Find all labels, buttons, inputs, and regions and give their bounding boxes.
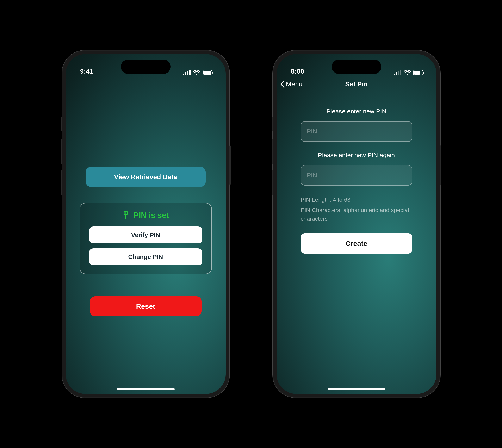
- power-button: [229, 145, 231, 185]
- pin-status-card: PIN is set Verify PIN Change PIN: [80, 203, 212, 274]
- svg-rect-14: [414, 71, 420, 75]
- page-title: Set Pin: [345, 80, 368, 88]
- phone-mock-right: 8:00 Menu Set Pin Please enter new PIN P…: [273, 50, 440, 398]
- battery-icon: [203, 70, 213, 75]
- reset-button[interactable]: Reset: [90, 296, 201, 316]
- nav-bar: Menu Set Pin: [276, 77, 437, 91]
- svg-rect-12: [400, 70, 401, 75]
- status-indicators: [394, 70, 424, 75]
- wifi-icon: [193, 70, 200, 75]
- svg-rect-6: [212, 72, 213, 74]
- svg-rect-1: [185, 72, 186, 75]
- screen-pin-home: 9:41 View Retrieved Data PIN is set Veri…: [66, 54, 226, 394]
- view-retrieved-data-button[interactable]: View Retrieved Data: [86, 167, 206, 187]
- volume-button: [61, 170, 62, 195]
- wifi-icon: [404, 70, 411, 75]
- svg-rect-0: [183, 74, 184, 75]
- dynamic-island: [332, 60, 381, 74]
- power-button: [440, 145, 441, 185]
- svg-rect-10: [396, 72, 397, 75]
- home-indicator[interactable]: [328, 388, 386, 390]
- create-button[interactable]: Create: [301, 233, 412, 254]
- volume-button: [61, 139, 62, 164]
- view-retrieved-data-label: View Retrieved Data: [114, 173, 177, 181]
- pin-field-1[interactable]: [301, 121, 412, 142]
- svg-point-8: [125, 212, 127, 214]
- phone-mock-left: 9:41 View Retrieved Data PIN is set Veri…: [62, 50, 229, 398]
- status-time: 8:00: [291, 68, 304, 75]
- cellular-icon: [394, 70, 401, 75]
- change-pin-button[interactable]: Change PIN: [89, 248, 202, 265]
- pin-prompt-2: Please enter new PIN again: [318, 152, 395, 159]
- svg-rect-11: [398, 71, 399, 75]
- pin-status-label: PIN is set: [133, 211, 169, 220]
- reset-label: Reset: [136, 302, 155, 310]
- svg-rect-15: [423, 72, 424, 74]
- key-icon: [122, 211, 129, 220]
- verify-pin-label: Verify PIN: [131, 231, 160, 239]
- chevron-left-icon: [280, 80, 285, 88]
- pin-status-header: PIN is set: [122, 211, 169, 220]
- cellular-icon: [183, 70, 191, 75]
- volume-button: [272, 170, 273, 195]
- screen-set-pin: 8:00 Menu Set Pin Please enter new PIN P…: [276, 54, 437, 394]
- battery-icon: [413, 70, 424, 75]
- home-indicator[interactable]: [117, 388, 175, 390]
- pin-field-2[interactable]: [301, 165, 412, 186]
- status-time: 9:41: [80, 68, 93, 75]
- svg-rect-9: [394, 74, 395, 75]
- volume-button: [272, 116, 273, 131]
- svg-rect-2: [187, 71, 189, 75]
- dynamic-island: [121, 60, 171, 74]
- volume-button: [61, 116, 62, 131]
- status-indicators: [183, 70, 213, 75]
- change-pin-label: Change PIN: [128, 253, 163, 260]
- create-label: Create: [346, 240, 368, 248]
- back-label: Menu: [286, 80, 303, 88]
- pin-length-hint: PIN Length: 4 to 63: [301, 195, 412, 204]
- svg-rect-5: [203, 71, 211, 75]
- verify-pin-button[interactable]: Verify PIN: [89, 226, 202, 243]
- pin-prompt-1: Please enter new PIN: [326, 108, 386, 115]
- pin-chars-hint: PIN Characters: alphanumeric and special…: [301, 206, 412, 223]
- volume-button: [272, 139, 273, 164]
- back-button[interactable]: Menu: [276, 80, 303, 88]
- svg-rect-3: [189, 70, 191, 75]
